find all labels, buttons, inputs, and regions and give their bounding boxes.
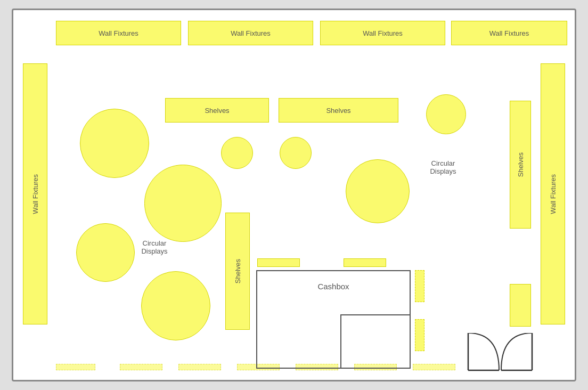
left-wall-fixture: Wall Fixtures [23,63,47,324]
cashbox-area: Cashbox [256,270,411,369]
right-shelves: Shelves [510,101,531,229]
bottom-wall-decoration-7 [413,364,455,370]
circle-small-1 [221,137,253,169]
cashbox-right-bar-bottom [415,319,424,351]
bottom-wall-decoration-left [56,364,95,370]
circle-large-topleft [80,109,149,178]
bottom-wall-decoration-2 [120,364,162,370]
door-svg [458,333,543,376]
circle-large-center [144,165,222,242]
circular-displays-label-right: CircularDisplays [419,159,467,175]
top-wall-fixture-3: Wall Fixtures [320,21,445,45]
circular-displays-label-left: CircularDisplays [130,239,178,255]
circle-medium-bottomleft1 [76,223,135,282]
right-bottom-box [510,284,531,327]
shelves-top-1: Shelves [165,98,269,123]
cashbox-top-bar-right [344,258,386,267]
circle-small-2 [280,137,312,169]
circle-small-topright [426,94,466,134]
circle-large-right [346,159,410,223]
shelves-vertical: Shelves [225,213,250,330]
cashbox-inner-wall [340,314,410,368]
floor-plan: Wall Fixtures Wall Fixtures Wall Fixture… [12,9,576,381]
circle-large-bottom [141,271,210,340]
bottom-wall-decoration-3 [178,364,221,370]
top-wall-fixture-2: Wall Fixtures [188,21,313,45]
cashbox-right-bar-top [415,270,424,302]
top-wall-fixture-4: Wall Fixtures [451,21,567,45]
right-wall-fixture: Wall Fixtures [541,63,565,324]
cashbox-top-bar-left [257,258,300,267]
shelves-top-2: Shelves [279,98,398,123]
cashbox-label: Cashbox [268,282,399,291]
top-wall-fixture-1: Wall Fixtures [56,21,181,45]
